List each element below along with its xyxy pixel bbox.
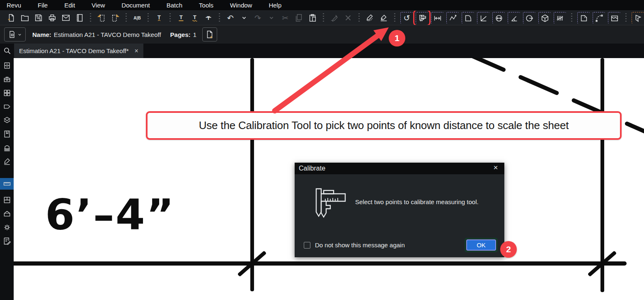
sidebar-panel-signatures[interactable]: [0, 156, 14, 167]
step-2-badge: 2: [500, 241, 517, 258]
sidebar-panel-tool-chest[interactable]: [0, 73, 14, 85]
menu-view[interactable]: View: [92, 2, 105, 9]
toolbar-separator: [625, 12, 627, 23]
toolbar-separator: [147, 12, 149, 23]
tab-bar: Estimation A21 - TAVCO Demo Takeoff* ×: [0, 44, 644, 58]
volume-measure-icon[interactable]: [538, 12, 551, 24]
checkbox-box[interactable]: [304, 242, 310, 249]
dialog-body: Select two points to calibrate measuring…: [295, 174, 504, 257]
copy-icon: [293, 12, 304, 24]
sidebar-panel-markup-list[interactable]: [0, 101, 14, 112]
checkbox-label: Do not show this message again: [315, 241, 405, 249]
dimension-line: [14, 261, 627, 266]
print-icon[interactable]: [47, 12, 58, 24]
sidebar-panel-settings[interactable]: [0, 222, 14, 233]
revu-application-window: Revu File Edit View Document Batch Tools…: [0, 0, 644, 300]
sidebar-panel-layers[interactable]: [0, 115, 14, 126]
area-measure-icon[interactable]: [462, 12, 474, 24]
calibrate-dialog: Calibrate × Select two points to calibra…: [295, 163, 504, 257]
document-icon: [8, 30, 16, 39]
menu-bar: Revu File Edit View Document Batch Tools…: [0, 0, 644, 10]
sidebar-panel-thumbnails[interactable]: [0, 87, 14, 99]
toolbar-separator: [169, 12, 171, 23]
sidebar-panel-file-access[interactable]: [0, 60, 14, 71]
search-button[interactable]: [0, 44, 14, 58]
undo-menu-chevron-icon[interactable]: [239, 12, 249, 24]
redo-icon: ↷: [252, 12, 263, 24]
toolbar-separator: [90, 12, 92, 23]
email-icon[interactable]: [61, 12, 71, 24]
chevron-down-icon: [17, 32, 22, 37]
menu-batch[interactable]: Batch: [167, 2, 182, 9]
save-icon[interactable]: [33, 12, 44, 24]
open-folder-icon[interactable]: [19, 12, 30, 24]
menu-window[interactable]: Window: [230, 2, 252, 9]
ok-button[interactable]: OK: [466, 239, 496, 251]
polylength-measure-icon[interactable]: [446, 12, 459, 24]
underline-text-icon[interactable]: [176, 12, 186, 24]
dialog-title: Calibrate: [299, 165, 325, 172]
menu-file[interactable]: File: [38, 2, 48, 9]
volume-fill-icon[interactable]: [608, 12, 620, 24]
dont-show-again-checkbox[interactable]: Do not show this message again: [304, 241, 405, 249]
radius-measure-icon[interactable]: [523, 12, 535, 24]
ok-button-focus-ring: OK: [465, 238, 498, 252]
document-tab[interactable]: Estimation A21 - TAVCO Demo Takeoff* ×: [14, 44, 143, 58]
insert-text-icon[interactable]: [154, 12, 165, 24]
erase-pen-icon[interactable]: [378, 12, 389, 24]
length-measure-icon[interactable]: [431, 12, 443, 24]
tab-close-icon[interactable]: ×: [135, 47, 138, 55]
profiles-notebook-icon[interactable]: [74, 12, 85, 24]
angle-measure-icon[interactable]: [508, 12, 520, 24]
undo-icon[interactable]: ↶: [225, 12, 236, 24]
area-cutout-icon[interactable]: [577, 12, 590, 24]
perimeter-measure-icon[interactable]: [477, 12, 489, 24]
sidebar-panel-measurements[interactable]: [0, 178, 14, 190]
export-pages-icon[interactable]: [110, 12, 121, 24]
lasso-pen-icon[interactable]: [365, 12, 375, 24]
sidebar-panel-spaces[interactable]: [0, 194, 14, 206]
caliper-icon: [307, 186, 350, 225]
toolbar-separator: [125, 12, 127, 23]
count-measure-icon[interactable]: [554, 12, 566, 24]
diameter-measure-icon[interactable]: [492, 12, 505, 24]
dialog-close-icon[interactable]: ×: [491, 163, 500, 172]
format-painter-icon: [329, 12, 340, 24]
squiggly-text-icon[interactable]: [189, 12, 200, 24]
cut-icon: ✂: [280, 12, 291, 24]
calibrate-caliper-icon[interactable]: [416, 12, 428, 24]
menu-tools[interactable]: Tools: [199, 2, 213, 9]
dialog-title-bar[interactable]: Calibrate ×: [295, 163, 504, 174]
document-tab-title: Estimation A21 - TAVCO Demo Takeoff*: [19, 47, 129, 54]
toolbar-separator: [218, 12, 220, 23]
delete-icon: [343, 12, 353, 24]
paste-icon[interactable]: [307, 12, 318, 24]
polygon-markup-icon[interactable]: [632, 12, 644, 24]
sidebar-panel-3d-model[interactable]: [0, 208, 14, 220]
toolbar-separator: [571, 12, 573, 23]
redo-menu-chevron-icon: [266, 12, 277, 24]
document-bar: Name: Estimation A21 - TAVCO Demo Takeof…: [0, 25, 644, 44]
document-select-button[interactable]: [4, 27, 26, 41]
search-icon: [3, 47, 11, 55]
import-pages-icon[interactable]: [96, 12, 107, 24]
menu-help[interactable]: Help: [269, 2, 281, 9]
dimension-text: 6’–4”: [45, 190, 175, 239]
document-name-value: Estimation A21 - TAVCO Demo Takeoff: [54, 31, 161, 38]
sidebar-panel-bookmarks[interactable]: [0, 128, 14, 140]
dynamic-fill-icon[interactable]: ↺: [400, 12, 413, 24]
sidebar-panel-forms[interactable]: [0, 235, 14, 247]
curve-measure-icon[interactable]: [593, 12, 605, 24]
toolbar: ↶↷✂↺: [0, 10, 644, 25]
menu-edit[interactable]: Edit: [64, 2, 75, 9]
insert-page-button[interactable]: [202, 27, 217, 41]
sidebar-panel-sets[interactable]: [0, 142, 14, 154]
menu-document[interactable]: Document: [121, 2, 150, 9]
name-label: Name:: [32, 31, 51, 38]
new-document-icon[interactable]: [6, 12, 17, 24]
find-replace-icon[interactable]: [132, 12, 143, 24]
callout-markup[interactable]: Use the Calibration Tool to pick two poi…: [146, 111, 622, 140]
strikethrough-text-icon[interactable]: [203, 12, 214, 24]
menu-revu[interactable]: Revu: [7, 2, 21, 9]
left-panel-bar: [0, 58, 14, 300]
